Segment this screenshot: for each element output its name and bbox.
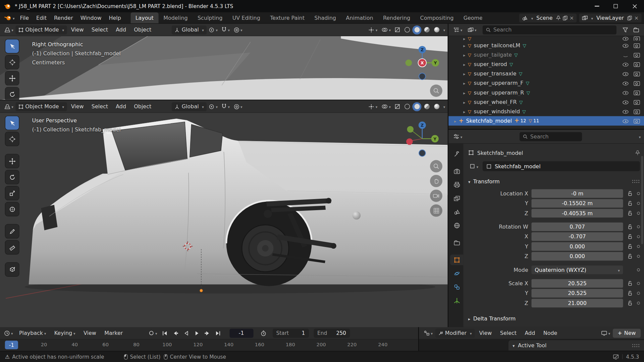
select-box-tool[interactable] bbox=[5, 116, 19, 130]
rotation-y-field[interactable]: 0.000 bbox=[531, 242, 623, 251]
menu-view[interactable]: View bbox=[80, 328, 100, 338]
lock-icon[interactable] bbox=[626, 200, 634, 206]
render-camera-icon[interactable] bbox=[634, 71, 640, 76]
workspace-tab-animation[interactable]: Animation bbox=[341, 12, 378, 23]
toggle-perspective-grid-icon[interactable] bbox=[430, 204, 442, 217]
tab-collection[interactable] bbox=[450, 237, 463, 248]
shading-solid-button[interactable] bbox=[413, 102, 422, 111]
tab-physics[interactable] bbox=[450, 268, 463, 279]
tab-object-data[interactable] bbox=[450, 295, 463, 306]
panel-drag-grip[interactable] bbox=[632, 179, 640, 183]
orientation-selector[interactable]: Global bbox=[172, 25, 207, 34]
shading-rendered-button[interactable] bbox=[432, 25, 441, 34]
blender-logo[interactable] bbox=[2, 13, 16, 22]
animate-dot[interactable] bbox=[637, 301, 640, 304]
animate-dot[interactable] bbox=[637, 235, 640, 238]
display-icon[interactable] bbox=[600, 328, 612, 338]
jump-to-start-button[interactable] bbox=[160, 328, 169, 338]
rotation-z-field[interactable]: 0.000 bbox=[531, 252, 623, 260]
pin-icon[interactable] bbox=[635, 150, 640, 156]
animate-dot[interactable] bbox=[637, 212, 640, 215]
measure-tool[interactable] bbox=[5, 241, 19, 254]
pivot-point-icon[interactable] bbox=[207, 102, 219, 111]
outliner-item-sketchfab-model-selected[interactable]: Sketchfab_model 12 11 bbox=[448, 116, 644, 126]
move-tool[interactable] bbox=[5, 71, 19, 85]
frame-end-field[interactable]: End250 bbox=[314, 328, 350, 338]
navigation-gizmo[interactable]: Z Y bbox=[404, 120, 441, 157]
timeline-editor-icon[interactable] bbox=[2, 328, 14, 338]
properties-editor-icon[interactable] bbox=[452, 132, 464, 141]
expand-icon[interactable] bbox=[463, 80, 465, 86]
outliner-item-tailconeLM[interactable]: super_tailconeLM bbox=[448, 41, 644, 50]
annotate-tool[interactable] bbox=[5, 225, 19, 238]
expand-icon[interactable] bbox=[463, 71, 465, 77]
visibility-eye-icon[interactable] bbox=[622, 109, 629, 114]
animate-dot[interactable] bbox=[637, 192, 640, 195]
rotation-x-field[interactable]: -0.707 bbox=[531, 232, 623, 241]
transform-panel-header[interactable]: Transform bbox=[468, 177, 640, 186]
orientation-selector[interactable]: Global bbox=[172, 102, 207, 111]
location-z-field[interactable]: -0.40535 m bbox=[531, 209, 623, 218]
move-tool[interactable] bbox=[5, 154, 19, 168]
outliner-item-transaxle[interactable]: super_transaxle bbox=[448, 69, 644, 78]
jump-to-end-button[interactable] bbox=[213, 328, 223, 338]
expand-icon[interactable] bbox=[454, 118, 456, 124]
active-tool-panel-header[interactable]: Active Tool bbox=[508, 340, 644, 351]
lock-icon[interactable] bbox=[626, 234, 634, 239]
select-box-tool[interactable] bbox=[5, 40, 19, 53]
zoom-icon[interactable] bbox=[430, 160, 442, 173]
viewport-3d-scene[interactable] bbox=[0, 113, 448, 327]
snap-magnet-icon[interactable] bbox=[220, 102, 231, 111]
expand-icon[interactable] bbox=[463, 89, 465, 96]
close-button[interactable] bbox=[625, 0, 644, 12]
tab-output[interactable] bbox=[450, 179, 463, 190]
scale-y-field[interactable]: 20.525 bbox=[531, 289, 623, 297]
overlays-icon[interactable] bbox=[380, 102, 392, 111]
new-node-tree-button[interactable]: New bbox=[613, 328, 641, 338]
next-keyframe-button[interactable] bbox=[202, 328, 212, 338]
rotate-tool[interactable] bbox=[5, 87, 19, 100]
shading-wireframe-button[interactable] bbox=[403, 102, 412, 111]
lock-icon[interactable] bbox=[626, 290, 634, 296]
expand-icon[interactable] bbox=[463, 52, 465, 58]
remove-viewlayer-icon[interactable] bbox=[634, 15, 639, 21]
visibility-eye-icon[interactable] bbox=[622, 36, 629, 41]
workspace-tab-shading[interactable]: Shading bbox=[310, 12, 341, 23]
play-reverse-button[interactable] bbox=[181, 328, 191, 338]
previous-keyframe-button[interactable] bbox=[170, 328, 180, 338]
xray-toggle-icon[interactable] bbox=[393, 25, 402, 34]
animate-dot[interactable] bbox=[637, 225, 640, 228]
expand-icon[interactable] bbox=[463, 99, 465, 105]
render-camera-icon[interactable] bbox=[634, 43, 640, 48]
outliner-item-upperarm-F[interactable]: super_upperarm_F bbox=[448, 78, 644, 88]
navigation-gizmo[interactable]: Z Y X bbox=[404, 44, 441, 81]
preview-range-icon[interactable] bbox=[259, 328, 268, 338]
shading-material-button[interactable] bbox=[422, 25, 431, 34]
filter-icon[interactable] bbox=[621, 25, 630, 34]
rotate-tool[interactable] bbox=[5, 170, 19, 184]
visibility-eye-icon[interactable] bbox=[622, 43, 629, 48]
lock-icon[interactable] bbox=[626, 253, 634, 259]
auto-keying-icon[interactable] bbox=[147, 328, 159, 338]
lock-icon[interactable] bbox=[626, 210, 634, 216]
shading-solid-button[interactable] bbox=[413, 25, 422, 34]
tab-scene[interactable] bbox=[450, 206, 463, 217]
rotation-w-field[interactable]: 0.707 bbox=[531, 222, 623, 231]
proportional-edit-icon[interactable] bbox=[232, 25, 244, 34]
workspace-tab-geometry-nodes[interactable]: Geome bbox=[459, 12, 482, 23]
menu-add[interactable]: Add bbox=[112, 102, 130, 111]
zoom-icon[interactable] bbox=[430, 84, 442, 97]
play-button[interactable] bbox=[192, 328, 201, 338]
visibility-eye-icon[interactable] bbox=[622, 99, 629, 105]
animate-dot[interactable] bbox=[637, 255, 640, 258]
tab-view-layer[interactable] bbox=[450, 193, 463, 204]
menu-view[interactable]: View bbox=[67, 25, 88, 35]
render-camera-icon[interactable] bbox=[634, 36, 640, 41]
menu-select[interactable]: Select bbox=[88, 102, 112, 111]
cursor-tool[interactable] bbox=[5, 55, 19, 69]
menu-render[interactable]: Render bbox=[50, 13, 77, 22]
location-x-field[interactable]: -0 m bbox=[531, 189, 623, 198]
mode-selector[interactable]: Object Mode bbox=[15, 102, 67, 111]
menu-object[interactable]: Object bbox=[130, 102, 155, 111]
outliner-item-windshield[interactable]: super_windshield bbox=[448, 107, 644, 116]
